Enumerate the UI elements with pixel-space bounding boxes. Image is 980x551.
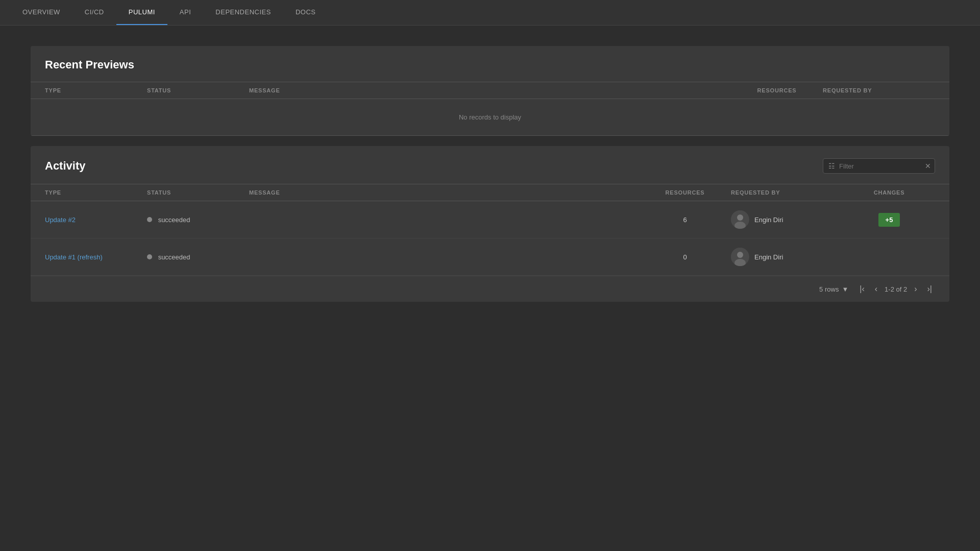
tab-dependencies[interactable]: DEPENDENCIES	[203, 0, 283, 25]
filter-box[interactable]: ☷ ✕	[823, 158, 935, 174]
row2-status: succeeded	[147, 253, 249, 261]
top-navigation: OVERVIEW CI/CD PULUMI API DEPENDENCIES D…	[0, 0, 980, 26]
activity-col-header-status: STATUS	[147, 189, 249, 196]
first-page-button[interactable]: |‹	[856, 282, 867, 296]
svg-point-4	[737, 252, 743, 258]
tab-api[interactable]: API	[167, 0, 203, 25]
activity-col-header-resources: RESOURCES	[639, 189, 731, 196]
rows-label: 5 rows	[819, 285, 839, 293]
row1-changes: +5	[843, 216, 935, 224]
update2-link[interactable]: Update #2	[45, 216, 76, 224]
recent-previews-table: TYPE STATUS MESSAGE RESOURCES REQUESTED …	[31, 82, 949, 136]
activity-title: Activity	[45, 159, 85, 173]
recent-previews-header: Recent Previews	[31, 46, 949, 82]
activity-col-header-type: TYPE	[45, 189, 147, 196]
row1-type: Update #2	[45, 216, 147, 224]
tab-cicd[interactable]: CI/CD	[72, 0, 116, 25]
tab-pulumi[interactable]: PULUMI	[116, 0, 167, 25]
filter-clear-button[interactable]: ✕	[925, 162, 931, 170]
tab-docs[interactable]: DOCS	[283, 0, 328, 25]
row1-user-name: Engin Diri	[754, 216, 783, 224]
pagination-bar: 5 rows ▼ |‹ ‹ 1-2 of 2 › ›|	[31, 276, 949, 302]
page-info: 1-2 of 2	[885, 285, 907, 293]
col-header-type: TYPE	[45, 87, 147, 93]
table-row: Update #1 (refresh) succeeded 0	[31, 238, 949, 276]
row1-status: succeeded	[147, 216, 249, 224]
activity-card: Activity ☷ ✕ TYPE STATUS MESSAGE RESOURC…	[31, 146, 949, 302]
prev-page-button[interactable]: ‹	[872, 282, 880, 296]
recent-previews-card: Recent Previews TYPE STATUS MESSAGE RESO…	[31, 46, 949, 136]
row1-avatar	[731, 210, 749, 229]
row1-status-label: succeeded	[158, 216, 190, 224]
main-content: Recent Previews TYPE STATUS MESSAGE RESO…	[0, 26, 980, 332]
col-header-requested: REQUESTED BY	[823, 87, 935, 93]
row2-avatar	[731, 248, 749, 266]
pagination-controls: |‹ ‹ 1-2 of 2 › ›|	[856, 282, 935, 296]
filter-input[interactable]	[839, 162, 925, 170]
row2-status-dot	[147, 254, 152, 259]
row2-requested: Engin Diri	[731, 248, 843, 266]
next-page-button[interactable]: ›	[911, 282, 920, 296]
row1-requested: Engin Diri	[731, 210, 843, 229]
col-header-message: MESSAGE	[249, 87, 731, 93]
svg-point-1	[737, 214, 743, 221]
row1-changes-badge[interactable]: +5	[878, 213, 900, 227]
activity-col-header-requested: REQUESTED BY	[731, 189, 843, 196]
row2-status-label: succeeded	[158, 253, 190, 261]
table-row: Update #2 succeeded 6	[31, 201, 949, 238]
row1-status-dot	[147, 217, 152, 222]
activity-table: TYPE STATUS MESSAGE RESOURCES REQUESTED …	[31, 184, 949, 276]
rows-per-page-selector[interactable]: 5 rows ▼	[819, 285, 848, 293]
no-records-message: No records to display	[31, 99, 949, 136]
filter-icon: ☷	[828, 162, 835, 170]
update1-link[interactable]: Update #1 (refresh)	[45, 253, 103, 261]
recent-previews-table-header: TYPE STATUS MESSAGE RESOURCES REQUESTED …	[31, 82, 949, 99]
activity-col-header-changes: CHANGES	[843, 189, 935, 196]
activity-col-header-message: MESSAGE	[249, 189, 639, 196]
row2-user-name: Engin Diri	[754, 253, 783, 261]
last-page-button[interactable]: ›|	[924, 282, 935, 296]
row2-type: Update #1 (refresh)	[45, 253, 147, 261]
col-header-status: STATUS	[147, 87, 249, 93]
row2-resources: 0	[639, 253, 731, 261]
tab-overview[interactable]: OVERVIEW	[10, 0, 72, 25]
col-header-resources: RESOURCES	[731, 87, 823, 93]
activity-table-header: TYPE STATUS MESSAGE RESOURCES REQUESTED …	[31, 184, 949, 201]
rows-dropdown-icon[interactable]: ▼	[842, 285, 848, 293]
recent-previews-title: Recent Previews	[45, 58, 935, 71]
row1-resources: 6	[639, 216, 731, 224]
activity-header: Activity ☷ ✕	[31, 146, 949, 184]
